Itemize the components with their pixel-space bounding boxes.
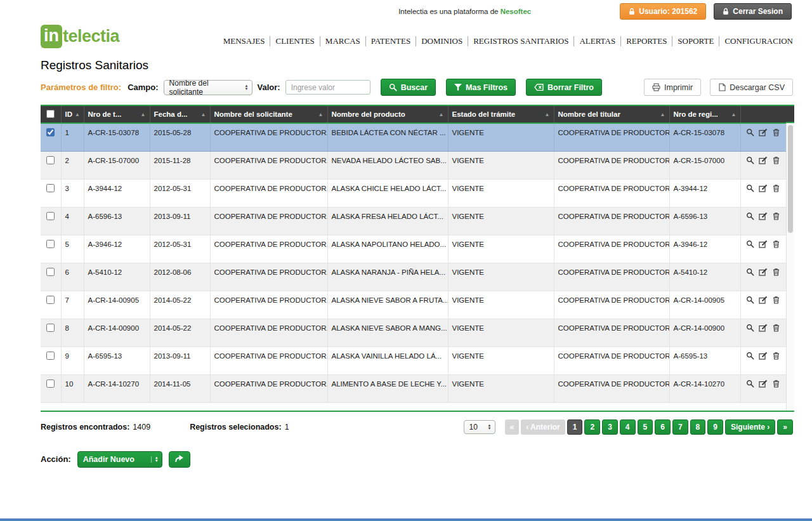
table-row[interactable]: 5 A-3946-12 2012-05-31 COOPERATIVA DE PR… xyxy=(41,235,786,263)
page-size-select[interactable]: 10 ▲▼ xyxy=(464,420,495,434)
nav-item-alertas[interactable]: ALERTAS xyxy=(573,36,620,46)
column-header-id[interactable]: ID▲ xyxy=(61,106,84,123)
table-row[interactable]: 7 A-CR-14-00905 2014-05-22 COOPERATIVA D… xyxy=(41,291,786,319)
row-checkbox[interactable] xyxy=(46,352,55,360)
table-row[interactable]: 6 A-5410-12 2012-08-06 COOPERATIVA DE PR… xyxy=(41,263,786,291)
delete-icon[interactable] xyxy=(772,268,780,277)
nav-item-soporte[interactable]: SOPORTE xyxy=(672,36,719,46)
vertical-scrollbar-track[interactable] xyxy=(786,123,794,411)
vertical-scrollbar-thumb[interactable] xyxy=(788,125,793,233)
page-button-9[interactable]: 9 xyxy=(707,419,723,435)
delete-icon[interactable] xyxy=(772,324,780,333)
campo-select[interactable]: Nombre del solicitante ▲▼ xyxy=(164,80,252,95)
row-checkbox[interactable] xyxy=(46,240,55,248)
edit-icon[interactable] xyxy=(759,324,768,333)
pager-last-button[interactable]: » xyxy=(777,419,793,435)
edit-icon[interactable] xyxy=(759,240,768,249)
nav-item-clientes[interactable]: CLIENTES xyxy=(270,36,319,46)
edit-icon[interactable] xyxy=(759,212,768,221)
delete-icon[interactable] xyxy=(772,352,780,361)
column-header-estado[interactable]: Estado del trámite▲ xyxy=(448,106,554,123)
nav-item-marcas[interactable]: MARCAS xyxy=(320,36,365,46)
pager-first-button[interactable]: « xyxy=(505,419,520,435)
edit-icon[interactable] xyxy=(759,296,768,305)
valor-input[interactable] xyxy=(285,80,370,95)
vertical-scrollbar[interactable] xyxy=(786,106,794,411)
pager-next-button[interactable]: Siguiente › xyxy=(725,419,775,435)
nav-item-mensajes[interactable]: MENSAJES xyxy=(218,36,270,46)
row-checkbox[interactable] xyxy=(46,212,55,220)
buscar-button[interactable]: Buscar xyxy=(381,79,436,96)
view-icon[interactable] xyxy=(746,268,754,277)
row-checkbox[interactable] xyxy=(46,268,55,276)
logout-button[interactable]: Cerrar Sesion xyxy=(714,3,792,20)
page-button-3[interactable]: 3 xyxy=(602,419,618,435)
row-checkbox[interactable] xyxy=(46,184,55,192)
delete-icon[interactable] xyxy=(772,128,780,138)
view-icon[interactable] xyxy=(746,156,754,166)
edit-icon[interactable] xyxy=(759,128,768,138)
edit-icon[interactable] xyxy=(759,156,768,166)
view-icon[interactable] xyxy=(746,352,754,361)
column-header-nro-registro[interactable]: Nro de regi...▲ xyxy=(669,106,740,123)
delete-icon[interactable] xyxy=(772,184,780,194)
table-row[interactable]: 8 A-CR-14-00900 2014-05-22 COOPERATIVA D… xyxy=(41,319,786,346)
column-header-titular[interactable]: Nombre del titular▲ xyxy=(554,106,669,123)
column-header-producto[interactable]: Nombre del producto▲ xyxy=(327,106,448,123)
table-row[interactable]: 2 A-CR-15-07000 2015-11-28 COOPERATIVA D… xyxy=(41,151,786,179)
table-row[interactable]: 3 A-3944-12 2012-05-31 COOPERATIVA DE PR… xyxy=(41,179,786,207)
row-checkbox[interactable] xyxy=(46,128,55,136)
page-button-7[interactable]: 7 xyxy=(672,419,688,435)
table-row[interactable]: 10 A-CR-14-10270 2014-11-05 COOPERATIVA … xyxy=(41,374,786,402)
logo[interactable]: in telectia xyxy=(41,25,119,48)
table-row[interactable]: 9 A-6595-13 2013-09-11 COOPERATIVA DE PR… xyxy=(41,346,786,374)
user-button[interactable]: Usuario: 201562 xyxy=(620,3,706,20)
delete-icon[interactable] xyxy=(772,212,780,221)
borrar-filtro-button[interactable]: Borrar Filtro xyxy=(526,79,602,96)
select-all-checkbox[interactable] xyxy=(46,110,55,118)
action-select[interactable]: Añadir Nuevo ▲▼ xyxy=(77,451,162,468)
row-checkbox[interactable] xyxy=(46,296,55,304)
table-row[interactable]: 1 A-CR-15-03078 2015-05-28 COOPERATIVA D… xyxy=(41,123,786,151)
nav-item-patentes[interactable]: PATENTES xyxy=(365,36,416,46)
horizontal-scrollbar-track[interactable] xyxy=(41,403,786,411)
delete-icon[interactable] xyxy=(772,156,780,166)
row-checkbox[interactable] xyxy=(46,379,55,388)
edit-icon[interactable] xyxy=(759,184,768,194)
edit-icon[interactable] xyxy=(759,352,768,361)
row-checkbox[interactable] xyxy=(46,324,55,332)
view-icon[interactable] xyxy=(746,379,754,389)
mas-filtros-button[interactable]: Mas Filtros xyxy=(446,79,516,96)
imprimir-button[interactable]: Imprimir xyxy=(644,79,701,96)
view-icon[interactable] xyxy=(746,296,754,305)
table-row[interactable]: 4 A-6596-13 2013-09-11 COOPERATIVA DE PR… xyxy=(41,207,786,235)
view-icon[interactable] xyxy=(746,324,754,333)
pager-prev-button[interactable]: ‹ Anterior xyxy=(521,419,565,435)
delete-icon[interactable] xyxy=(772,296,780,305)
nav-item-dominios[interactable]: DOMINIOS xyxy=(416,36,468,46)
descargar-csv-button[interactable]: Descargar CSV xyxy=(710,79,793,96)
page-button-1[interactable]: 1 xyxy=(567,419,583,435)
page-button-2[interactable]: 2 xyxy=(584,419,600,435)
view-icon[interactable] xyxy=(746,128,754,138)
nav-item-reportes[interactable]: REPORTES xyxy=(620,36,672,46)
view-icon[interactable] xyxy=(746,212,754,221)
column-header-nro-tramite[interactable]: Nro de t...▲ xyxy=(84,106,150,123)
page-button-5[interactable]: 5 xyxy=(638,419,653,435)
column-header-fecha[interactable]: Fecha d...▲ xyxy=(150,106,210,123)
view-icon[interactable] xyxy=(746,184,754,194)
page-button-8[interactable]: 8 xyxy=(690,419,706,435)
delete-icon[interactable] xyxy=(772,379,780,389)
edit-icon[interactable] xyxy=(759,268,768,277)
row-checkbox[interactable] xyxy=(46,156,55,164)
cell-id: 9 xyxy=(61,346,84,374)
column-header-solicitante[interactable]: Nombre del solicitante▲ xyxy=(210,106,327,123)
view-icon[interactable] xyxy=(746,240,754,249)
nav-item-registros-sanitarios[interactable]: REGISTROS SANITARIOS xyxy=(468,36,573,46)
action-go-button[interactable] xyxy=(169,451,190,468)
page-button-4[interactable]: 4 xyxy=(620,419,636,435)
page-button-6[interactable]: 6 xyxy=(655,419,671,435)
edit-icon[interactable] xyxy=(759,379,768,389)
nav-item-configuracion[interactable]: CONFIGURACION xyxy=(719,36,793,46)
delete-icon[interactable] xyxy=(772,240,780,249)
